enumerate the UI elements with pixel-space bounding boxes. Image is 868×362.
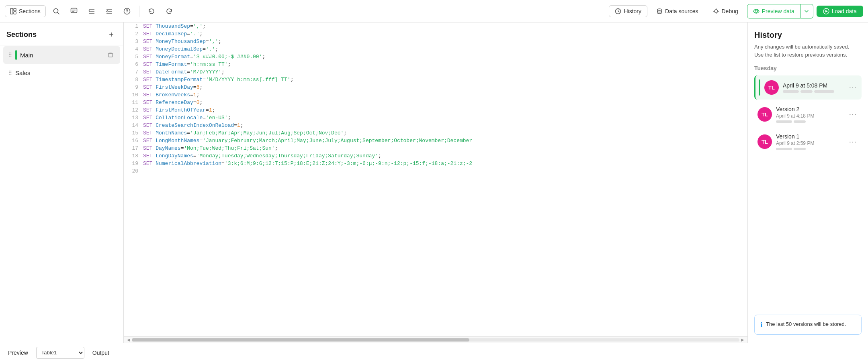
- line-number: 17: [124, 144, 143, 152]
- code-editor[interactable]: 1SET ThousandSep=',';2SET DecimalSep='.'…: [124, 22, 747, 336]
- scrollbar-thumb[interactable]: [132, 338, 469, 342]
- preview-button-group: Preview data: [747, 4, 813, 18]
- load-data-button[interactable]: Load data: [817, 6, 863, 17]
- svg-marker-25: [825, 10, 828, 12]
- line-number: 20: [124, 167, 143, 175]
- scroll-left-arrow[interactable]: ◀: [125, 338, 132, 342]
- line-code[interactable]: SET NumericalAbbreviation='3:k;6:M;9:G;1…: [143, 160, 747, 167]
- line-number: 8: [124, 76, 143, 83]
- preview-block: [800, 90, 813, 93]
- preview-block: [776, 120, 792, 123]
- sections-toggle-button[interactable]: Sections: [5, 5, 46, 17]
- history-v2-preview: [776, 120, 843, 123]
- code-line: 2SET DecimalSep='.';: [124, 30, 747, 38]
- redo-button[interactable]: [162, 4, 176, 18]
- preview-dropdown-button[interactable]: [800, 4, 813, 18]
- code-line: 20: [124, 167, 747, 175]
- sections-icon: [10, 8, 16, 14]
- line-code[interactable]: SET DateFormat='M/D/YYYY';: [143, 68, 747, 76]
- history-item-current[interactable]: TL April 9 at 5:08 PM ⋯: [754, 75, 862, 100]
- preview-data-button[interactable]: Preview data: [747, 4, 800, 18]
- scrollbar-track[interactable]: [132, 338, 739, 342]
- sidebar: Sections + ⠿ Main ⠿ Sales: [0, 22, 124, 343]
- search-button[interactable]: [49, 4, 63, 18]
- code-line: 8SET TimestampFormat='M/D/YYYY h:mm:ss[.…: [124, 76, 747, 83]
- preview-block: [814, 90, 834, 93]
- outdent-button[interactable]: [102, 4, 117, 18]
- code-line: 4SET MoneyDecimalSep='.';: [124, 45, 747, 53]
- comment-button[interactable]: [67, 4, 81, 18]
- line-code[interactable]: SET MoneyThousandSep=',';: [143, 38, 747, 45]
- datasources-button[interactable]: Data sources: [651, 6, 704, 17]
- outdent-icon: [106, 8, 113, 15]
- line-number: 3: [124, 38, 143, 45]
- line-code[interactable]: SET CreateSearchIndexOnReload=1;: [143, 122, 747, 129]
- history-v2-more-button[interactable]: ⋯: [847, 109, 858, 120]
- indent-icon: [88, 8, 95, 15]
- history-item-v2[interactable]: TL Version 2 April 9 at 4:18 PM ⋯: [754, 102, 862, 127]
- info-icon: ℹ: [760, 321, 763, 329]
- history-info-current: April 9 at 5:08 PM: [783, 82, 843, 93]
- delete-main-button[interactable]: [106, 50, 115, 60]
- line-code[interactable]: SET FirstWeekDay=6;: [143, 83, 747, 91]
- line-code[interactable]: SET LongDayNames='Monday;Tuesday;Wednesd…: [143, 152, 747, 160]
- sidebar-item-sales[interactable]: ⠿ Sales: [3, 65, 120, 80]
- history-current-label: April 9 at 5:08 PM: [783, 82, 843, 89]
- history-desc-line1: Any changes will be automatically saved.: [754, 44, 849, 50]
- history-notice-text: The last 50 versions will be stored.: [766, 321, 846, 328]
- chevron-down-icon: [804, 9, 809, 14]
- line-number: 5: [124, 53, 143, 61]
- history-panel-title: History: [754, 31, 862, 40]
- line-code[interactable]: SET TimeFormat='h:mm:ss TT';: [143, 61, 747, 68]
- line-code[interactable]: SET TimestampFormat='M/D/YYYY h:mm:ss[.f…: [143, 76, 747, 83]
- line-code[interactable]: SET FirstMonthOfYear=1;: [143, 106, 747, 114]
- output-tab-button[interactable]: Output: [89, 348, 113, 358]
- undo-icon: [148, 8, 155, 15]
- line-code[interactable]: SET DayNames='Mon;Tue;Wed;Thu;Fri;Sat;Su…: [143, 144, 747, 152]
- svg-point-3: [53, 8, 58, 13]
- history-current-more-button[interactable]: ⋯: [847, 82, 858, 93]
- redo-icon: [166, 8, 173, 15]
- active-version-bar: [759, 79, 760, 96]
- history-panel: History Any changes will be automaticall…: [747, 22, 868, 343]
- line-code[interactable]: SET MoneyDecimalSep='.';: [143, 45, 747, 53]
- indent-button[interactable]: [84, 4, 99, 18]
- sidebar-item-main[interactable]: ⠿ Main: [3, 46, 120, 64]
- history-button[interactable]: History: [609, 5, 647, 17]
- code-line: 12SET FirstMonthOfYear=1;: [124, 106, 747, 114]
- table-select[interactable]: Table1: [36, 347, 84, 359]
- undo-button[interactable]: [144, 4, 159, 18]
- preview-block: [794, 120, 806, 123]
- line-code[interactable]: SET DecimalSep='.';: [143, 30, 747, 38]
- debug-icon: [713, 8, 719, 14]
- history-info-v1: Version 1 April 9 at 2:59 PM: [776, 133, 843, 150]
- line-code[interactable]: SET LongMonthNames='January;February;Mar…: [143, 137, 747, 144]
- svg-point-15: [127, 12, 127, 13]
- line-code[interactable]: SET BrokenWeeks=1;: [143, 91, 747, 99]
- help-button[interactable]: [120, 4, 134, 18]
- line-code[interactable]: SET CollationLocale='en-US';: [143, 114, 747, 122]
- play-icon: [823, 8, 829, 14]
- active-indicator: [15, 50, 17, 60]
- preview-block: [776, 148, 792, 150]
- line-code[interactable]: SET ReferenceDay=0;: [143, 99, 747, 106]
- line-code[interactable]: SET MoneyFormat='$ ###0.00;-$ ###0.00';: [143, 53, 747, 61]
- add-section-button[interactable]: +: [106, 29, 117, 40]
- code-line: 14SET CreateSearchIndexOnReload=1;: [124, 122, 747, 129]
- scroll-right-arrow[interactable]: ▶: [739, 338, 746, 342]
- history-v1-more-button[interactable]: ⋯: [847, 136, 858, 147]
- horizontal-scrollbar[interactable]: ◀ ▶: [124, 336, 747, 343]
- line-number: 16: [124, 137, 143, 144]
- history-item-v1[interactable]: TL Version 1 April 9 at 2:59 PM ⋯: [754, 129, 862, 154]
- preview-data-label: Preview data: [762, 8, 794, 14]
- line-code[interactable]: [143, 167, 747, 175]
- line-code[interactable]: SET ThousandSep=',';: [143, 22, 747, 30]
- line-number: 7: [124, 68, 143, 76]
- sections-button-label: Sections: [19, 8, 41, 14]
- history-v2-date: April 9 at 4:18 PM: [776, 113, 843, 119]
- svg-point-18: [714, 10, 718, 13]
- sidebar-title: Sections: [6, 31, 37, 39]
- preview-tab-button[interactable]: Preview: [5, 348, 31, 358]
- line-code[interactable]: SET MonthNames='Jan;Feb;Mar;Apr;May;Jun;…: [143, 129, 747, 137]
- debug-button[interactable]: Debug: [707, 6, 744, 17]
